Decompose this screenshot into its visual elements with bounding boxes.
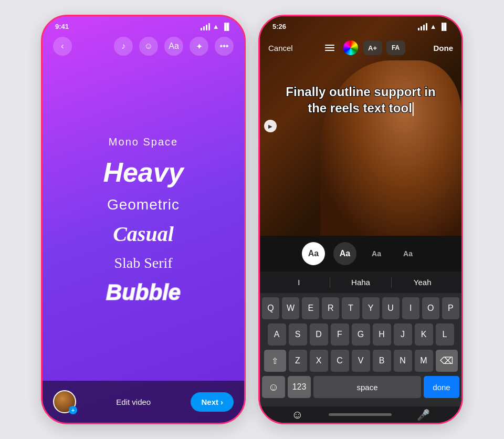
sparkle-icon: ✦ [196, 41, 203, 51]
sticker-icon: ☺ [144, 41, 153, 51]
edit-video-button[interactable]: Edit video [116, 398, 151, 406]
overlay-text[interactable]: Finally outline support in the reels tex… [275, 83, 446, 116]
font-mono-space[interactable]: Mono Space [109, 134, 178, 150]
avatar-add[interactable]: + [53, 390, 76, 413]
font-option-4[interactable]: Aa [396, 242, 419, 265]
next-arrow: › [220, 398, 223, 406]
left-toolbar: ‹ ♪ ☺ Aa ✦ ••• [43, 33, 244, 60]
back-button[interactable]: ‹ [53, 37, 72, 56]
font-heavy[interactable]: Heavy [103, 154, 183, 190]
key-o[interactable]: O [422, 297, 439, 319]
music-button[interactable]: ♪ [114, 37, 133, 56]
font-option-circle-1: Aa [302, 242, 325, 265]
text-size-button[interactable]: A+ [363, 40, 382, 55]
font-bubble[interactable]: Bubble [106, 278, 181, 307]
font-option-circle-2: Aa [333, 242, 356, 265]
play-button[interactable]: ▶ [264, 120, 277, 132]
right-bottom-bar: ☺ 🎤 [260, 406, 461, 423]
done-key[interactable]: done [424, 376, 459, 398]
right-top-bar: Cancel A+ FA Done [260, 39, 461, 56]
right-phone: 5:26 ▲ ▐▌ Cancel [258, 15, 463, 424]
font-style-button[interactable]: FA [386, 40, 405, 55]
space-key[interactable]: space [313, 376, 421, 398]
key-s[interactable]: S [289, 323, 307, 346]
key-i[interactable]: I [402, 297, 419, 319]
aplus-label: A+ [368, 44, 377, 52]
wifi-icon: ▲ [213, 23, 219, 30]
key-p[interactable]: P [442, 297, 459, 319]
key-f[interactable]: F [331, 323, 349, 346]
font-option-2[interactable]: Aa [333, 242, 356, 265]
sparkle-button[interactable]: ✦ [190, 37, 208, 56]
emoji-key[interactable]: ☺ [262, 376, 285, 398]
font-selector-row: Aa Aa Aa Aa [260, 236, 461, 271]
key-n[interactable]: N [394, 350, 412, 372]
font-slab-serif[interactable]: Slab Serif [114, 253, 172, 274]
key-u[interactable]: U [382, 297, 400, 319]
align-button[interactable] [321, 39, 338, 56]
right-status-bar: 5:26 ▲ ▐▌ [260, 16, 461, 33]
font-option-circle-4: Aa [396, 242, 419, 265]
mic-bottom-icon[interactable]: 🎤 [417, 409, 430, 421]
key-r[interactable]: R [322, 297, 339, 319]
font-list: Mono Space Heavy Geometric Casual Slab S… [43, 60, 244, 381]
suggestion-i[interactable]: I [268, 276, 330, 289]
shift-key[interactable]: ⇧ [264, 350, 286, 372]
cancel-button[interactable]: Cancel [268, 44, 293, 53]
key-e[interactable]: E [302, 297, 319, 319]
keyboard-row-1: Q W E R T Y U I O P [262, 297, 459, 319]
font-option-1[interactable]: Aa [302, 242, 325, 265]
right-battery-icon: ▐▌ [439, 23, 449, 30]
color-wheel-icon [343, 40, 358, 55]
keyboard-row-3: ⇧ Z X C V B N M ⌫ [262, 350, 459, 372]
key-v[interactable]: V [352, 350, 370, 372]
right-time: 5:26 [272, 23, 286, 30]
music-icon: ♪ [121, 41, 125, 51]
suggestion-yeah[interactable]: Yeah [392, 276, 453, 289]
font-option-3[interactable]: Aa [365, 242, 388, 265]
key-c[interactable]: C [331, 350, 349, 372]
key-h[interactable]: H [373, 323, 391, 346]
key-z[interactable]: Z [289, 350, 307, 372]
keyboard-row-4: ☺ 123 space done [262, 376, 459, 398]
font-geometric[interactable]: Geometric [107, 194, 180, 215]
right-wifi-icon: ▲ [430, 23, 437, 30]
font-casual[interactable]: Casual [113, 220, 174, 248]
key-w[interactable]: W [282, 297, 299, 319]
color-wheel-button[interactable] [342, 39, 359, 56]
suggestion-haha[interactable]: Haha [330, 276, 392, 289]
key-y[interactable]: Y [362, 297, 380, 319]
left-time: 9:41 [55, 23, 69, 30]
right-signal-icon [418, 23, 427, 30]
keyboard: Q W E R T Y U I O P A S D F G H J K L ⇧ … [260, 293, 461, 406]
done-button[interactable]: Done [433, 44, 453, 53]
font-option-circle-3: Aa [365, 242, 388, 265]
emoji-bottom-icon[interactable]: ☺ [291, 408, 303, 422]
left-status-icons: ▲ ▐▌ [201, 23, 232, 30]
key-t[interactable]: T [342, 297, 359, 319]
text-cursor [413, 102, 414, 116]
keyboard-row-2: A S D F G H J K L [262, 323, 459, 346]
next-button[interactable]: Next › [191, 392, 234, 412]
key-g[interactable]: G [352, 323, 370, 346]
key-b[interactable]: B [373, 350, 391, 372]
signal-icon [201, 23, 210, 30]
next-label: Next [201, 398, 218, 406]
key-j[interactable]: J [394, 323, 412, 346]
num-key[interactable]: 123 [288, 376, 311, 398]
key-m[interactable]: M [415, 350, 433, 372]
key-x[interactable]: X [310, 350, 328, 372]
add-icon: + [69, 406, 77, 414]
text-button[interactable]: Aa [164, 37, 183, 56]
key-a[interactable]: A [268, 323, 286, 346]
left-phone: 9:41 ▲ ▐▌ ‹ ♪ ☺ Aa [41, 15, 246, 424]
home-indicator [329, 413, 392, 416]
more-button[interactable]: ••• [215, 37, 234, 56]
video-area: Cancel A+ FA Done ▶ Finally outlin [260, 16, 461, 236]
key-q[interactable]: Q [262, 297, 279, 319]
key-d[interactable]: D [310, 323, 328, 346]
key-l[interactable]: L [436, 323, 454, 346]
delete-key[interactable]: ⌫ [436, 350, 458, 372]
sticker-button[interactable]: ☺ [139, 37, 158, 56]
key-k[interactable]: K [415, 323, 433, 346]
